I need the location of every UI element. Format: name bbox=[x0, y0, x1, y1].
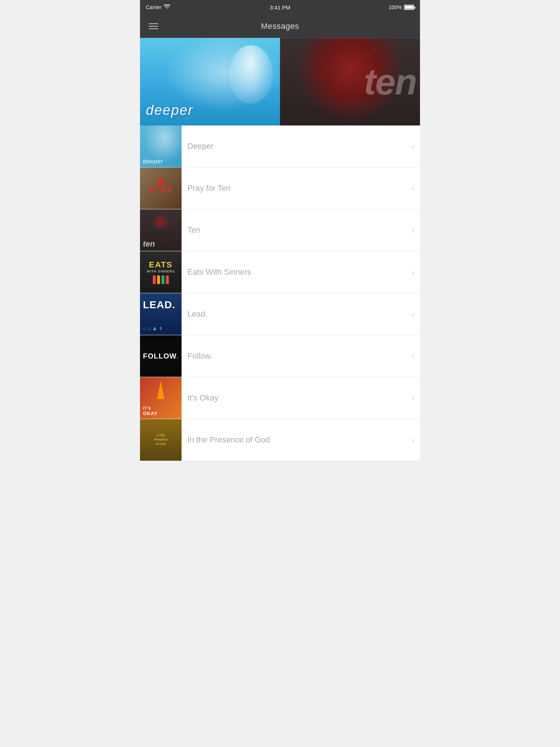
list-item[interactable]: ten Ten › bbox=[140, 209, 420, 251]
item-content-pray: Pray for Ten bbox=[182, 183, 412, 193]
follow-dot: . bbox=[176, 352, 179, 360]
hero-deeper[interactable]: deeper bbox=[140, 38, 280, 125]
condiment-3 bbox=[162, 275, 164, 284]
chevron-icon-presence: › bbox=[412, 436, 420, 444]
item-thumb-deeper: deeper bbox=[140, 125, 182, 167]
cross-icon: ✝ bbox=[159, 326, 163, 331]
item-thumb-lead: LEAD. ⌂ □ ♟ ✝ bbox=[140, 293, 182, 335]
list-item[interactable]: deeper Deeper › bbox=[140, 125, 420, 167]
status-right: 100% bbox=[389, 4, 414, 10]
battery-percent: 100% bbox=[389, 4, 402, 10]
item-thumb-okay: IT'SOKAY bbox=[140, 377, 182, 419]
home-icon: ⌂ bbox=[143, 326, 145, 331]
item-label-ten: Ten bbox=[187, 225, 200, 235]
item-thumb-pray: pray bbox=[140, 167, 182, 209]
thumb-presence-text: In thePresenceof God bbox=[154, 433, 168, 446]
hero-ten-text: ten bbox=[364, 63, 420, 100]
box-icon: □ bbox=[148, 326, 150, 331]
item-content-ten: Ten bbox=[182, 225, 412, 235]
list-item[interactable]: IT'SOKAY It's Okay › bbox=[140, 377, 420, 419]
hamburger-line-1 bbox=[149, 23, 158, 24]
person-icon: ♟ bbox=[153, 326, 157, 331]
item-label-presence: In the Presence of God bbox=[187, 435, 270, 444]
thumb-with-sinners-text: WITH SINNERS bbox=[147, 270, 175, 273]
nav-bar: Messages bbox=[140, 15, 420, 38]
status-left: Carrier bbox=[146, 4, 170, 11]
hero-banner: deeper ten bbox=[140, 38, 420, 125]
list-item[interactable]: EATS WITH SINNERS Eats With Sinners › bbox=[140, 251, 420, 293]
wifi-icon bbox=[164, 4, 170, 11]
item-label-pray: Pray for Ten bbox=[187, 183, 230, 193]
hero-deeper-text: deeper bbox=[140, 102, 280, 125]
chevron-icon-deeper: › bbox=[412, 142, 420, 151]
hamburger-menu-button[interactable] bbox=[146, 20, 161, 32]
item-label-lead: Lead. bbox=[187, 309, 207, 318]
condiment-4 bbox=[166, 275, 169, 284]
item-thumb-ten: ten bbox=[140, 209, 182, 251]
thumb-lead-icons: ⌂ □ ♟ ✝ bbox=[143, 326, 163, 331]
list-item[interactable]: pray Pray for Ten › bbox=[140, 167, 420, 209]
item-content-follow: Follow. bbox=[182, 351, 412, 361]
condiment-row bbox=[153, 275, 169, 284]
chevron-icon-ten: › bbox=[412, 226, 420, 235]
item-thumb-eats: EATS WITH SINNERS bbox=[140, 251, 182, 293]
thumb-eats-text: EATS bbox=[149, 260, 172, 270]
item-thumb-follow: FOLLOW. bbox=[140, 335, 182, 377]
chevron-icon-lead: › bbox=[412, 310, 420, 318]
chevron-icon-eats: › bbox=[412, 268, 420, 276]
item-label-eats: Eats With Sinners bbox=[187, 267, 251, 276]
pray-dome-icon bbox=[157, 178, 164, 185]
carrier-label: Carrier bbox=[146, 4, 162, 10]
thumb-its-text: IT'S bbox=[143, 406, 151, 410]
thumb-okay-text: IT'SOKAY bbox=[143, 405, 158, 417]
item-content-eats: Eats With Sinners bbox=[182, 267, 412, 277]
item-thumb-presence: In thePresenceof God bbox=[140, 419, 182, 461]
item-content-presence: In the Presence of God bbox=[182, 435, 412, 445]
page-title: Messages bbox=[261, 22, 299, 31]
splash-figure bbox=[229, 45, 273, 104]
thumb-deeper-text: deeper bbox=[143, 158, 163, 165]
item-label-okay: It's Okay bbox=[187, 393, 218, 402]
hero-ten[interactable]: ten bbox=[280, 38, 420, 125]
hamburger-line-2 bbox=[149, 26, 158, 27]
list-item[interactable]: FOLLOW. Follow. › bbox=[140, 335, 420, 377]
list-item[interactable]: In thePresenceof God In the Presence of … bbox=[140, 419, 420, 461]
item-content-okay: It's Okay bbox=[182, 393, 412, 403]
condiment-1 bbox=[153, 275, 156, 284]
messages-list: deeper Deeper › pray Pray for Ten › ten … bbox=[140, 125, 420, 461]
chevron-icon-pray: › bbox=[412, 184, 420, 193]
chevron-icon-follow: › bbox=[412, 352, 420, 360]
condiment-2 bbox=[157, 275, 160, 284]
battery-icon bbox=[404, 5, 414, 10]
thumb-lead-text: LEAD. bbox=[143, 299, 175, 311]
item-label-follow: Follow. bbox=[187, 351, 212, 360]
item-content-deeper: Deeper bbox=[182, 142, 412, 151]
status-time: 3:41 PM bbox=[270, 4, 290, 11]
item-label-deeper: Deeper bbox=[187, 142, 214, 151]
thumb-ten-text: ten bbox=[143, 239, 155, 249]
thumb-follow-text: FOLLOW. bbox=[143, 352, 179, 360]
list-item[interactable]: LEAD. ⌂ □ ♟ ✝ Lead. › bbox=[140, 293, 420, 335]
status-bar: Carrier 3:41 PM 100% bbox=[140, 0, 420, 15]
item-content-lead: Lead. bbox=[182, 309, 412, 319]
chevron-icon-okay: › bbox=[412, 394, 420, 402]
hamburger-line-3 bbox=[149, 28, 158, 29]
